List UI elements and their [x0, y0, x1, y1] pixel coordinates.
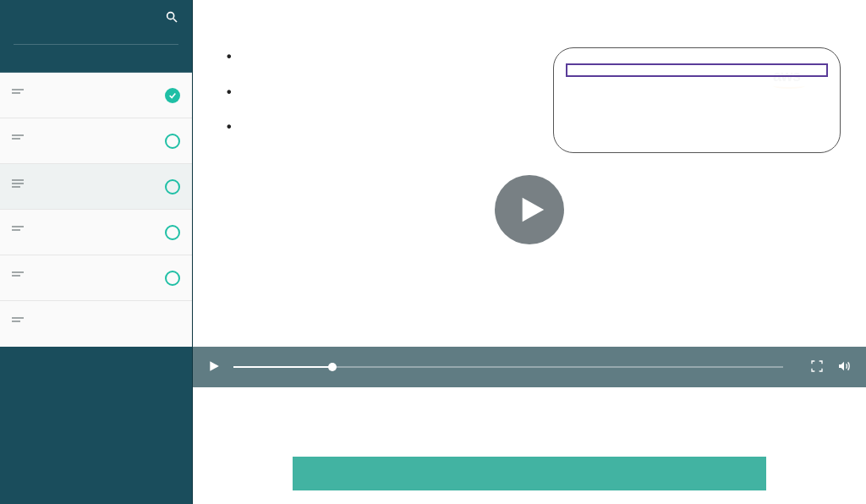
progress-ring-icon [165, 271, 180, 286]
sidebar-header [0, 0, 192, 73]
seek-bar[interactable] [233, 366, 783, 368]
svg-line-1 [173, 19, 177, 22]
lines-icon [12, 315, 25, 331]
bullet-item [218, 118, 536, 136]
sidebar-item-domain2[interactable] [0, 164, 192, 210]
lines-icon [12, 269, 25, 285]
bullet-list [218, 47, 536, 153]
sidebar-nav [0, 73, 192, 504]
bullet-item [218, 47, 536, 66]
progress-ring-icon [165, 179, 180, 194]
progress-label [14, 44, 178, 57]
sidebar-item-domain1[interactable] [0, 118, 192, 164]
main-content: aws [193, 0, 866, 504]
sidebar-item-domain5[interactable] [0, 301, 192, 347]
sidebar-item-overview[interactable] [0, 73, 192, 118]
code-highlight [566, 63, 828, 77]
check-icon [165, 88, 180, 103]
progress-ring-icon [165, 134, 180, 149]
lines-icon [12, 178, 25, 194]
bullet-item [218, 83, 536, 101]
code-snippet [553, 47, 841, 153]
lines-icon [12, 132, 25, 148]
progress-ring-icon [165, 225, 180, 240]
video-slide: aws [193, 0, 866, 347]
sidebar-item-domain3[interactable] [0, 210, 192, 255]
search-icon[interactable] [165, 10, 178, 24]
sample-questions-button[interactable] [293, 457, 766, 490]
lines-icon [12, 223, 25, 239]
sidebar-item-domain4[interactable] [0, 255, 192, 301]
svg-marker-15 [522, 198, 544, 222]
seek-thumb[interactable] [328, 363, 337, 371]
sidebar [0, 0, 193, 504]
lines-icon [12, 86, 25, 102]
svg-point-0 [167, 13, 174, 19]
play-button[interactable] [495, 175, 564, 244]
